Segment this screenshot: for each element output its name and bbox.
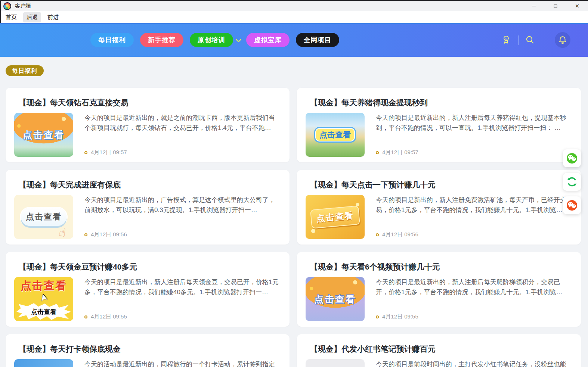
card-description: 今天的项目是最近新出的，广告模式，算是这个模式里的大公司了，前期放水，可以玩玩，…	[84, 195, 279, 215]
header-divider	[518, 35, 519, 45]
card-timestamp: 4月12日 09:56	[91, 231, 127, 238]
nav-pill-original-training[interactable]: 原创培训	[190, 33, 233, 47]
section-badge: 每日福利	[6, 65, 44, 76]
nav-pill-all-projects[interactable]: 全网项目	[296, 33, 339, 47]
card-text-column: 今天的项目是前段时间出的，主打代发小红书笔记任务，没粉丝也能	[376, 359, 570, 367]
card-title: 【现金】每天领金豆预计赚40多元	[14, 262, 279, 272]
project-card[interactable]: 【现金】每天打卡领保底现金 今天的活动是最近新出的，同程旅行的一个打卡活动，累计…	[6, 334, 290, 367]
app-header: 每日福利新手推荐原创培训虚拟宝库全网项目	[0, 23, 588, 57]
project-card[interactable]: 【现金】代发小红书笔记预计赚百元 今天的项目是前段时间出的，主打代发小红书笔记任…	[297, 334, 581, 367]
card-thumbnail[interactable]: 点击查看	[306, 113, 365, 157]
card-thumbnail[interactable]: 点击查看	[14, 113, 73, 157]
card-title: 【现金】每天点击一下预计赚几十元	[306, 180, 570, 190]
bell-icon[interactable]	[555, 32, 570, 48]
card-timestamp: 4月12日 09:57	[382, 149, 418, 156]
card-body: 点击查看➤点击查看 今天的项目是最近新出，新人注册后每天领金豆，交易已开，价格1…	[14, 277, 279, 321]
medal-icon[interactable]	[501, 35, 511, 44]
window-titlebar: 客户端 ─□✕	[0, 0, 588, 11]
bullet-icon	[84, 233, 87, 236]
card-text-column: 今天的项目是最近新出的，就是之前的潮玩卡西，版本更新后我们当个新项目玩就行，每天…	[84, 113, 279, 157]
nav-pill-virtual-vault[interactable]: 虚拟宝库	[246, 33, 290, 47]
refresh-button[interactable]	[563, 173, 581, 191]
minimize-button[interactable]: ─	[523, 1, 545, 11]
card-body: 今天的项目是前段时间出的，主打代发小红书笔记任务，没粉丝也能	[306, 359, 570, 367]
card-description: 今天的项目是最近新出的，新人注册后每天养猪得红包，提现基本秒到，平台不跑的情况，…	[376, 113, 570, 133]
menu-bar: 首页后退前进	[0, 11, 588, 23]
card-text-column: 今天的项目是最近新出，新人注册后每天领金豆，交易已开，价格1元多，平台不跑的情况…	[84, 277, 279, 321]
card-title: 【现金】每天养猪得现金提现秒到	[306, 97, 570, 108]
card-title: 【现金】代发小红书笔记预计赚百元	[306, 344, 570, 354]
card-thumbnail[interactable]: 点击查看	[14, 195, 73, 239]
card-description: 今天的项目是最近新出的，新人注册后每天爬阶梯领积分，交易已开，价格1元多，平台不…	[376, 277, 570, 297]
card-description: 今天的项目是前段时间出的，主打代发小红书笔记任务，没粉丝也能	[376, 359, 570, 367]
card-body: 今天的活动是最近新出的，同程旅行的一个打卡活动，累计签到指定	[14, 359, 279, 367]
card-body: 点击查看 今天的项目是最近新出的，就是之前的潮玩卡西，版本更新后我们当个新项目玩…	[14, 113, 279, 157]
bullet-icon	[376, 151, 379, 154]
search-icon[interactable]	[525, 35, 535, 44]
card-thumbnail[interactable]	[306, 359, 365, 367]
card-timestamp: 4月12日 09:57	[91, 149, 127, 156]
window-controls: ─□✕	[523, 1, 588, 11]
card-timestamp: 4月12日 09:56	[382, 231, 418, 238]
card-body: 点击查看 今天的项目是最近新出的，新人注册后每天养猪得红包，提现基本秒到，平台不…	[306, 113, 570, 157]
nav-pill-newbie-picks[interactable]: 新手推荐	[140, 33, 183, 47]
card-text-column: 今天的项目是最近新出的，广告模式，算是这个模式里的大公司了，前期放水，可以玩玩，…	[84, 195, 279, 239]
nav-pill-daily-benefits[interactable]: 每日福利	[90, 33, 134, 47]
card-body: 点击查看 今天的项目是最近新出的，广告模式，算是这个模式里的大公司了，前期放水，…	[14, 195, 279, 239]
card-text-column: 今天的项目是最近新出的，新人注册后每天养猪得红包，提现基本秒到，平台不跑的情况，…	[376, 113, 570, 157]
card-timestamp: 4月12日 09:55	[91, 313, 127, 320]
window-title: 客户端	[15, 3, 31, 9]
card-body: 点击查看 今天的项目是最近新出的，新人注册后每天爬阶梯领积分，交易已开，价格1元…	[306, 277, 570, 321]
cursor-icon: ➤	[37, 292, 50, 303]
chevron-down-icon[interactable]	[236, 37, 241, 43]
close-button[interactable]: ✕	[566, 1, 588, 11]
card-thumbnail[interactable]	[14, 359, 73, 367]
card-title: 【现金】每天完成进度有保底	[14, 180, 279, 190]
card-text-column: 今天的活动是最近新出的，同程旅行的一个打卡活动，累计签到指定	[84, 359, 279, 367]
card-thumbnail[interactable]: 点击查看	[306, 277, 365, 321]
card-description: 今天的活动是最近新出的，同程旅行的一个打卡活动，累计签到指定	[84, 359, 279, 367]
card-time-row: 4月12日 09:55	[84, 313, 279, 321]
card-thumbnail[interactable]: 点击查看➤点击查看	[14, 277, 73, 321]
project-card[interactable]: 【现金】每天领钻石克直接交易 点击查看 今天的项目是最近新出的，就是之前的潮玩卡…	[6, 88, 290, 162]
wechat-service-button[interactable]	[563, 196, 581, 214]
card-time-row: 4月12日 09:57	[84, 149, 279, 157]
menu-item-forward[interactable]: 前进	[44, 12, 62, 22]
project-card[interactable]: 【现金】每天领金豆预计赚40多元 点击查看➤点击查看 今天的项目是最近新出，新人…	[6, 252, 290, 327]
card-title: 【现金】每天领钻石克直接交易	[14, 97, 279, 108]
card-thumbnail[interactable]: 点击查看	[306, 195, 365, 239]
project-card[interactable]: 【现金】每天完成进度有保底 点击查看 今天的项目是最近新出的，广告模式，算是这个…	[6, 170, 290, 245]
floating-buttons	[563, 149, 581, 214]
menu-item-home[interactable]: 首页	[2, 12, 20, 22]
nav-pills: 每日福利新手推荐原创培训虚拟宝库全网项目	[90, 33, 339, 47]
bullet-icon	[376, 315, 379, 318]
card-title: 【现金】每天打卡领保底现金	[14, 344, 279, 354]
card-text-column: 今天的项目是新出的，新人注册免费激活矿池，每天产币，已经开交易，价格1元多，平台…	[376, 195, 570, 239]
bullet-icon	[84, 151, 87, 154]
card-time-row: 4月12日 09:56	[84, 231, 279, 239]
menu-item-back[interactable]: 后退	[23, 12, 41, 22]
bullet-icon	[84, 315, 87, 318]
card-time-row: 4月12日 09:56	[376, 231, 570, 239]
project-card[interactable]: 【现金】每天看6个视频预计赚几十元 点击查看 今天的项目是最近新出的，新人注册后…	[297, 252, 581, 327]
project-card[interactable]: 【现金】每天养猪得现金提现秒到 点击查看 今天的项目是最近新出的，新人注册后每天…	[297, 88, 581, 162]
bullet-icon	[376, 233, 379, 236]
card-text-column: 今天的项目是最近新出的，新人注册后每天爬阶梯领积分，交易已开，价格1元多，平台不…	[376, 277, 570, 321]
card-title: 【现金】每天看6个视频预计赚几十元	[306, 262, 570, 272]
card-time-row: 4月12日 09:55	[376, 313, 570, 321]
card-description: 今天的项目是新出的，新人注册免费激活矿池，每天产币，已经开交易，价格1元多，平台…	[376, 195, 570, 215]
card-timestamp: 4月12日 09:55	[382, 313, 418, 320]
wechat-contact-button[interactable]	[563, 149, 581, 167]
app-logo-icon	[3, 2, 11, 10]
card-time-row: 4月12日 09:57	[376, 149, 570, 157]
window-frame-edge	[0, 0, 1, 23]
card-description: 今天的项目是最近新出的，就是之前的潮玩卡西，版本更新后我们当个新项目玩就行，每天…	[84, 113, 279, 133]
card-grid: 【现金】每天领钻石克直接交易 点击查看 今天的项目是最近新出的，就是之前的潮玩卡…	[6, 88, 581, 367]
maximize-button[interactable]: □	[545, 1, 566, 11]
card-description: 今天的项目是最近新出，新人注册后每天领金豆，交易已开，价格1元多，平台不跑的情况…	[84, 277, 279, 297]
card-body: 点击查看 今天的项目是新出的，新人注册免费激活矿池，每天产币，已经开交易，价格1…	[306, 195, 570, 239]
project-card[interactable]: 【现金】每天点击一下预计赚几十元 点击查看 今天的项目是新出的，新人注册免费激活…	[297, 170, 581, 245]
